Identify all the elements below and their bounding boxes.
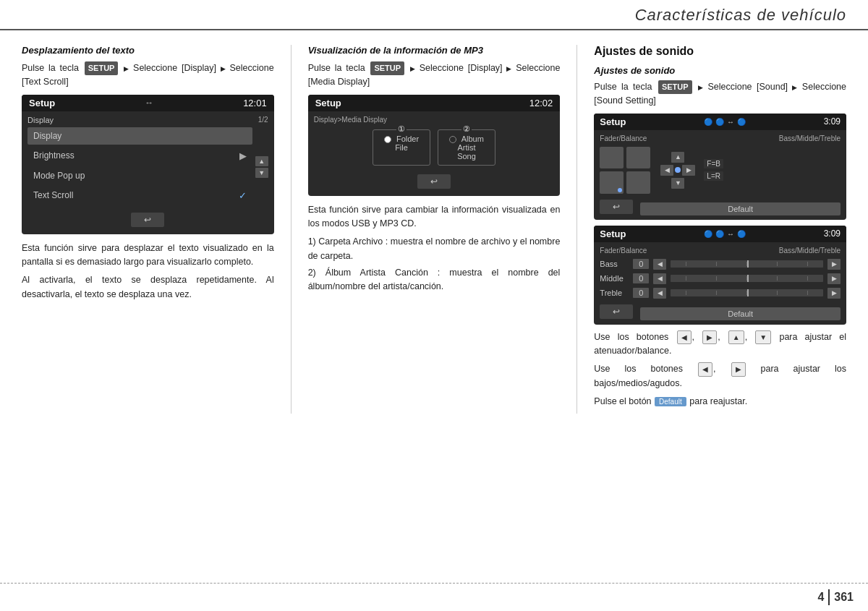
col1-row-brightness: Brightness ▶ [27,147,252,165]
col3-screen2-title: Setup [600,228,626,239]
col3-middle-tick-2 [716,276,717,281]
col2-screen: Setup 12:02 Display>Media Display ① Fold… [308,95,561,196]
col3-treble-left-btn[interactable]: ◀ [653,288,666,299]
col3-treble-bar [671,289,823,296]
col3-desc2-prefix: Use los botones [594,364,683,374]
col1-section-title: Desplazamiento del texto [22,45,274,56]
col3-fader-label: Fader/Balance [600,134,647,142]
col1-screen-body: Display 1/2 Display Brightness ▶ [22,111,274,234]
col3-nav-left-btn[interactable]: ◀ [660,165,673,176]
col3-screen2-icons: 🔵 🔵 ↔ 🔵 [704,230,746,238]
col3-screen1-header: Setup 🔵 🔵 ↔ 🔵 3:09 [594,114,846,130]
col1-screen-rows-area: Display Brightness ▶ Mode Pop up [27,127,268,207]
col3-bmt-fader-label: Fader/Balance [600,247,647,255]
col3-treble-tick-1 [686,291,686,295]
col3-screen1: Setup 🔵 🔵 ↔ 🔵 3:09 Fader/Balance Bass/Mi… [594,114,846,220]
col3-screen2-header: Setup 🔵 🔵 ↔ 🔵 3:09 [594,226,846,242]
col3-arrow-icon [698,80,703,94]
col3-nav-down-btn[interactable]: ▼ [671,178,684,189]
col3-default-inline-btn: Default [655,397,686,406]
col3-middle-row: Middle 0 ◀ [600,273,841,284]
col1-inst-sel: Seleccione [Display] [133,63,216,73]
col2-instruction: Pulse la tecla SETUP Seleccione [Display… [308,61,561,89]
col3-middle-right-btn[interactable]: ▶ [827,273,841,284]
col3-screen2-back-btn[interactable]: ↩ [600,304,633,319]
col3-screen1-title: Setup [600,116,626,127]
col3-screen2-time: 3:09 [824,228,841,239]
col3-down-btn: ▼ [755,330,771,345]
col3-up-btn: ▲ [728,330,744,345]
col3-bass-tick-2 [716,262,717,266]
col3-bass-right-btn[interactable]: ▶ [827,259,841,270]
divider-1 [291,45,292,414]
col1-back-area: ↩ [27,210,268,230]
col1-row-textscroll: Text Scroll ✓ [27,187,252,205]
col3-middle-left-btn[interactable]: ◀ [653,273,666,284]
col3-bass-value: 0 [633,259,649,269]
col3-screen1-default-btn[interactable]: Default [640,202,841,215]
page-footer: 4 361 [0,583,868,611]
col3-bass-fill [747,260,749,268]
col3-middle-tick-4 [777,276,778,281]
col2-setup-btn: SETUP [370,61,404,75]
col2-back-btn[interactable]: ↩ [417,174,451,189]
col1-row-brightness-label: Brightness [33,150,75,161]
col2-options: ① FolderFile ② AlbumArtistSong [314,129,555,166]
col3-screen2-default-btn[interactable]: Default [640,307,841,320]
col3-desc3: Pulse el botón Default para reajustar. [594,395,846,409]
col1-back-btn[interactable]: ↩ [131,213,164,227]
col1-inst-text: Pulse la tecla [22,63,83,73]
footer-page: 361 [834,591,854,604]
col2-arrow2-icon [506,61,511,75]
col3-bass-label: Bass [600,260,629,268]
col3-bass-tick-5 [807,262,808,266]
col1-scroll-down-btn[interactable]: ▼ [255,168,268,178]
col1-page-indicator: 1/2 [258,116,268,124]
col3-nav-up-btn[interactable]: ▲ [671,152,684,163]
col3-inst-sel: Seleccione [Sound] [707,82,792,92]
col1-arrow-icon [124,61,129,75]
col3-bass-left-btn[interactable]: ◀ [653,259,666,270]
col3-middle-tick-5 [807,276,808,281]
col3-treble-right-btn[interactable]: ▶ [827,288,841,299]
col2-screen-time: 12:02 [529,98,553,108]
col1-desc1: Esta función sirve para desplazar el tex… [22,242,274,270]
col3-treble-tick-5 [807,291,808,295]
col2-option-album[interactable]: ② AlbumArtistSong [438,129,495,166]
col3-treble-nav: ◀ [653,288,666,299]
col3-bmt-label: Bass/Middle/Treble [779,134,841,142]
col3-right2-btn: ▶ [731,362,746,377]
col1-checkmark-icon: ✓ [239,190,247,201]
footer-pagination: 4 361 [817,589,854,605]
col3-nav-right-btn[interactable]: ▶ [682,165,695,176]
col2-option1-label: FolderFile [395,134,419,152]
col3-nav-lr-row: ◀ ▶ [660,165,695,176]
col3-screen1-icons: 🔵 🔵 ↔ 🔵 [704,118,746,126]
phone-icon: 🔵 [737,118,746,126]
col3-lr-label: L=R [704,171,723,181]
col2-section-title: Visualización de la información de MP3 [308,45,561,56]
col3-fader-bottom: ↩ Default [600,198,841,215]
arrows-icon: ↔ [727,118,734,126]
col3-desc2: Use los botones ◀, ▶ para ajustar los ba… [594,362,846,390]
page-header: Características de vehículo [0,0,868,30]
col3-seats [600,147,650,194]
col2-list-item-1: 1) Carpeta Archivo : muestra el nombre d… [308,235,561,263]
col3-bmt-top-labels: Fader/Balance Bass/Middle/Treble [600,247,841,255]
col1-row-modepopup-label: Mode Pop up [33,171,85,181]
col1-arrow2-icon [221,61,226,75]
col3-nav-controls: ▲ ◀ ▶ ▼ [660,152,695,189]
col-sound: Ajustes de sonido Ajustes de sonido Puls… [581,45,854,414]
col1-screen-sublabel: Display [27,116,54,124]
col3-inst-text: Pulse la tecla [594,82,657,92]
col1-scroll-up-btn[interactable]: ▲ [255,156,268,166]
col3-s2-music-icon: 🔵 [715,230,724,238]
col3-screen1-back-btn[interactable]: ↩ [600,200,633,214]
col3-left-btn: ◀ [677,330,692,345]
col2-option-folder[interactable]: ① FolderFile [373,129,430,166]
col3-seat-rl [600,171,624,194]
divider-2 [576,45,577,414]
col3-right-btn: ▶ [702,330,717,345]
col3-middle-nav: ◀ [653,273,666,284]
col2-screen-body: Display>Media Display ① FolderFile ② Alb… [308,111,561,196]
